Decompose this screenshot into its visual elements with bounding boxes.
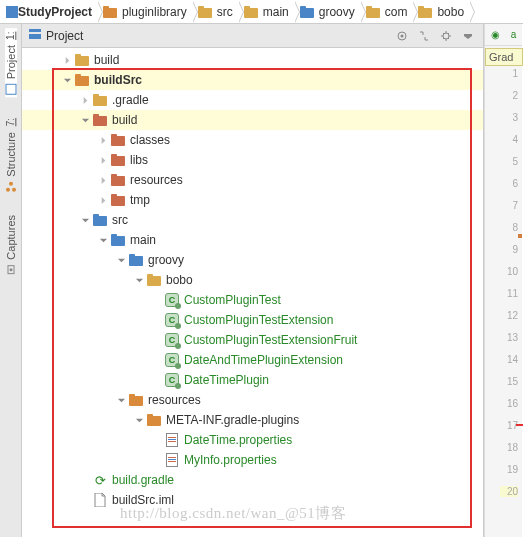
tree-node[interactable]: CCustomPluginTest — [22, 290, 483, 310]
tree-node[interactable]: CCustomPluginTestExtension — [22, 310, 483, 330]
svg-rect-36 — [111, 174, 117, 178]
breadcrumb-item[interactable]: bobo — [413, 1, 470, 23]
tree-node[interactable]: build — [22, 110, 483, 130]
svg-rect-19 — [29, 34, 41, 39]
line-number: 6 — [500, 178, 518, 189]
tree-node-label: build — [112, 113, 137, 127]
tree-node[interactable]: build — [22, 50, 483, 70]
tree-node-label: META-INF.gradle-plugins — [166, 413, 299, 427]
breadcrumb-item[interactable]: com — [361, 1, 414, 23]
tree-node[interactable]: ⟳build.gradle — [22, 470, 483, 490]
tree-node-label: MyInfo.properties — [184, 453, 277, 467]
tree-node-label: DateTime.properties — [184, 433, 292, 447]
line-number: 9 — [500, 244, 518, 255]
caret-marker — [518, 234, 522, 238]
svg-rect-30 — [93, 114, 99, 118]
gutter-action-icon[interactable]: ◉ — [491, 29, 500, 40]
tree-node-label: resources — [148, 393, 201, 407]
svg-rect-44 — [129, 254, 135, 258]
svg-rect-3 — [198, 6, 204, 10]
tree-node-label: build.gradle — [112, 473, 174, 487]
breadcrumb-item[interactable]: main — [239, 1, 295, 23]
tree-node[interactable]: bobo — [22, 270, 483, 290]
svg-rect-38 — [111, 194, 117, 198]
svg-point-21 — [401, 34, 404, 37]
line-number: 19 — [500, 464, 518, 475]
line-number: 10 — [500, 266, 518, 277]
line-number: 20 — [500, 486, 518, 497]
line-number: 5 — [500, 156, 518, 167]
line-number: 11 — [500, 288, 518, 299]
tree-node-label: tmp — [130, 193, 150, 207]
breadcrumb-bar: StudyProjectpluginlibrarysrcmaingroovyco… — [0, 0, 523, 24]
tree-node-label: libs — [130, 153, 148, 167]
tree-node-label: src — [112, 213, 128, 227]
gutter-label: a — [511, 29, 517, 40]
breadcrumb-item[interactable]: src — [193, 1, 239, 23]
tree-node-label: buildSrc.iml — [112, 493, 174, 507]
tree-node-label: bobo — [166, 273, 193, 287]
tree-node-label: CustomPluginTest — [184, 293, 281, 307]
line-number: 14 — [500, 354, 518, 365]
tree-node-label: groovy — [148, 253, 184, 267]
editor-tab[interactable]: Grad — [485, 48, 523, 66]
tree-node[interactable]: CDateAndTimePluginExtension — [22, 350, 483, 370]
tree-node[interactable]: tmp — [22, 190, 483, 210]
tree-node[interactable]: META-INF.gradle-plugins — [22, 410, 483, 430]
breadcrumb-item[interactable]: groovy — [295, 1, 361, 23]
tree-node[interactable]: CDateTimePlugin — [22, 370, 483, 390]
tree-node-label: CustomPluginTestExtensionFruit — [184, 333, 357, 347]
hide-icon[interactable] — [459, 27, 477, 45]
line-number: 7 — [500, 200, 518, 211]
line-number: 12 — [500, 310, 518, 321]
expand-icon[interactable] — [415, 27, 433, 45]
tool-tab-captures[interactable]: Captures — [5, 213, 17, 278]
tree-node-label: classes — [130, 133, 170, 147]
project-tree[interactable]: buildbuildSrc.gradlebuildclasseslibsreso… — [22, 48, 483, 537]
settings-icon[interactable] — [437, 27, 455, 45]
svg-rect-50 — [147, 414, 153, 418]
tree-node[interactable]: DateTime.properties — [22, 430, 483, 450]
svg-point-13 — [6, 188, 10, 192]
line-number: 2 — [500, 90, 518, 101]
project-panel-header: Project — [22, 24, 483, 48]
svg-rect-34 — [111, 154, 117, 158]
tree-node[interactable]: classes — [22, 130, 483, 150]
tree-node-label: buildSrc — [94, 73, 142, 87]
project-view-icon — [28, 27, 42, 44]
svg-rect-46 — [147, 274, 153, 278]
tree-node-label: CustomPluginTestExtension — [184, 313, 333, 327]
tool-tab-structure[interactable]: Structure7: — [5, 115, 17, 195]
tree-node[interactable]: buildSrc.iml — [22, 490, 483, 510]
tree-node[interactable]: src — [22, 210, 483, 230]
svg-rect-28 — [93, 94, 99, 98]
line-number: 13 — [500, 332, 518, 343]
tree-node[interactable]: groovy — [22, 250, 483, 270]
tree-node[interactable]: resources — [22, 170, 483, 190]
collapse-icon[interactable] — [393, 27, 411, 45]
tree-node-label: DateAndTimePluginExtension — [184, 353, 343, 367]
svg-rect-5 — [244, 6, 250, 10]
tree-node[interactable]: resources — [22, 390, 483, 410]
svg-rect-48 — [129, 394, 135, 398]
breadcrumb-item[interactable]: StudyProject — [2, 1, 98, 23]
svg-point-15 — [12, 188, 16, 192]
tree-node[interactable]: libs — [22, 150, 483, 170]
tool-tab-project[interactable]: Project1: — [5, 28, 17, 97]
svg-point-17 — [9, 268, 12, 271]
line-number: 8 — [500, 222, 518, 233]
tree-node[interactable]: buildSrc — [22, 70, 483, 90]
tree-node-label: DateTimePlugin — [184, 373, 269, 387]
tree-node-label: main — [130, 233, 156, 247]
tree-node[interactable]: main — [22, 230, 483, 250]
svg-rect-1 — [103, 6, 109, 10]
breadcrumb-item[interactable]: pluginlibrary — [98, 1, 193, 23]
tree-node-label: build — [94, 53, 119, 67]
panel-title: Project — [46, 29, 83, 43]
svg-rect-42 — [111, 234, 117, 238]
tree-node[interactable]: MyInfo.properties — [22, 450, 483, 470]
tree-node[interactable]: .gradle — [22, 90, 483, 110]
svg-rect-24 — [75, 54, 81, 58]
tree-node[interactable]: CCustomPluginTestExtensionFruit — [22, 330, 483, 350]
line-number: 4 — [500, 134, 518, 145]
